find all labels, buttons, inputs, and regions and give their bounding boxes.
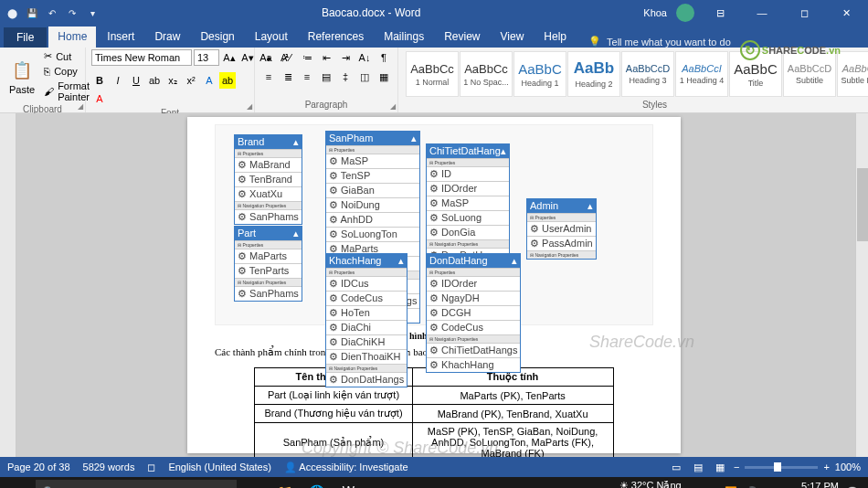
tab-review[interactable]: Review	[435, 27, 489, 48]
word-count[interactable]: 5829 words	[83, 461, 135, 473]
align-center-button[interactable]: ≣	[280, 69, 296, 85]
justify-button[interactable]: ▤	[318, 69, 334, 85]
font-launcher[interactable]: ◢	[247, 102, 252, 111]
superscript-button[interactable]: x²	[183, 72, 199, 89]
weather-widget[interactable]: ☀ 32°C Nắng rải rác	[619, 480, 689, 488]
app-item[interactable]: ◉	[556, 479, 586, 488]
maximize-icon[interactable]: ◻	[788, 0, 820, 26]
task-view-button[interactable]: ▢	[238, 479, 269, 488]
align-right-button[interactable]: ≡	[299, 69, 315, 85]
tab-layout[interactable]: Layout	[246, 27, 297, 48]
proofing-icon[interactable]: ◻	[147, 461, 155, 473]
app-item[interactable]: ◉	[460, 479, 491, 488]
autosave-toggle[interactable]: ⬤	[5, 6, 18, 19]
tab-insert[interactable]: Insert	[98, 27, 143, 48]
tell-me-search[interactable]: 💡Tell me what you want to do	[588, 36, 731, 48]
redo-icon[interactable]: ↷	[66, 6, 79, 19]
styles-gallery[interactable]: AaBbCc1 NormalAaBbCc1 No Spac...AaBbCHea…	[404, 49, 868, 99]
undo-icon[interactable]: ↶	[46, 6, 58, 19]
paste-button[interactable]: 📋Paste	[5, 57, 38, 97]
align-left-button[interactable]: ≡	[260, 69, 277, 85]
strike-button[interactable]: ab	[146, 72, 163, 89]
ribbon-opts-icon[interactable]: ⊟	[704, 0, 736, 26]
app-explorer[interactable]: 📁	[270, 479, 301, 488]
app-item[interactable]: ◉	[492, 479, 523, 488]
style-item[interactable]: AaBbCcDHeading 3	[621, 51, 674, 97]
tab-view[interactable]: View	[492, 27, 534, 48]
grow-font-button[interactable]: A▴	[221, 49, 238, 66]
tab-mailings[interactable]: Mailings	[375, 27, 433, 48]
close-icon[interactable]: ✕	[830, 0, 863, 26]
style-item[interactable]: AaBbCcDSubtitle	[783, 51, 836, 97]
copy-button[interactable]: ⎘Copy	[42, 65, 91, 78]
language-indicator[interactable]: English (United States)	[168, 461, 271, 473]
entity-brand: Brand▴⊟ Properties⚙ MaBrand⚙ TenBrand⚙ X…	[234, 134, 302, 225]
show-marks-button[interactable]: ¶	[376, 49, 392, 66]
print-layout-button[interactable]: ▤	[690, 459, 706, 475]
page[interactable]: Brand▴⊟ Properties⚙ MaBrand⚙ TenBrand⚙ X…	[187, 117, 681, 453]
shading-button[interactable]: ◫	[356, 69, 373, 85]
accessibility-indicator[interactable]: 👤 Accessibility: Investigate	[284, 461, 408, 473]
text-effects-button[interactable]: A	[201, 72, 217, 89]
format-painter-button[interactable]: 🖌Format Painter	[42, 80, 91, 103]
zoom-in-button[interactable]: +	[823, 461, 829, 472]
user-avatar[interactable]	[676, 4, 694, 22]
bold-button[interactable]: B	[91, 72, 108, 89]
tab-help[interactable]: Help	[535, 27, 576, 48]
indent-dec-button[interactable]: ⇤	[318, 49, 334, 66]
bullets-button[interactable]: ⬧	[260, 49, 277, 66]
style-item[interactable]: AaBbCcLSubtle Em...	[837, 51, 868, 97]
app-item[interactable]: ◉	[365, 479, 396, 488]
app-item[interactable]: ◉	[429, 479, 459, 488]
app-item[interactable]: ◉	[587, 479, 618, 488]
clipboard-launcher[interactable]: ◢	[78, 102, 83, 111]
app-word[interactable]: W	[333, 479, 364, 488]
line-spacing-button[interactable]: ‡	[337, 69, 354, 85]
user-name[interactable]: Khoa	[643, 7, 667, 18]
zoom-level[interactable]: 100%	[835, 461, 861, 472]
paragraph-launcher[interactable]: ◢	[390, 102, 396, 111]
tab-draw[interactable]: Draw	[145, 27, 189, 48]
style-item[interactable]: AaBbCTitle	[729, 51, 782, 97]
qat-more-icon[interactable]: ▾	[86, 6, 99, 19]
cut-button[interactable]: ✂Cut	[42, 49, 91, 63]
zoom-out-button[interactable]: −	[734, 461, 739, 472]
font-color-button[interactable]: A	[91, 90, 108, 107]
page-indicator[interactable]: Page 20 of 38	[7, 461, 70, 473]
style-item[interactable]: AaBbCc1 Normal	[406, 51, 459, 97]
app-item[interactable]: ◉	[524, 479, 555, 488]
tab-references[interactable]: References	[299, 27, 373, 48]
shrink-font-button[interactable]: A▾	[239, 49, 256, 66]
taskbar-search[interactable]: 🔍Type here to search	[36, 480, 237, 488]
clock[interactable]: 5:17 PM2/23/2023	[794, 481, 839, 488]
accessibility-icon: 👤	[284, 461, 297, 472]
vertical-scrollbar[interactable]	[855, 113, 868, 457]
save-icon[interactable]: 💾	[26, 6, 38, 19]
zoom-slider[interactable]	[745, 466, 818, 469]
web-layout-button[interactable]: ▦	[712, 459, 728, 475]
borders-button[interactable]: ▦	[376, 69, 392, 85]
numbering-button[interactable]: ⅟	[280, 49, 296, 66]
style-item[interactable]: AaBbCcI1 Heading 4	[675, 51, 728, 97]
app-item[interactable]: ◉	[397, 479, 428, 488]
multilevel-button[interactable]: ≔	[299, 49, 315, 66]
style-item[interactable]: AaBbCc1 No Spac...	[460, 51, 513, 97]
sort-button[interactable]: A↓	[356, 49, 373, 66]
style-item[interactable]: AaBbCHeading 1	[513, 51, 566, 97]
app-edge[interactable]: 🌐	[302, 479, 332, 488]
tab-design[interactable]: Design	[191, 27, 243, 48]
tab-home[interactable]: Home	[48, 27, 96, 48]
minimize-icon[interactable]: —	[746, 0, 778, 26]
highlight-button[interactable]: ab	[219, 72, 236, 89]
font-name-select[interactable]	[91, 49, 192, 66]
start-button[interactable]: ⊞	[4, 479, 34, 488]
italic-button[interactable]: I	[110, 72, 126, 89]
indent-inc-button[interactable]: ⇥	[337, 49, 354, 66]
subscript-button[interactable]: x₂	[164, 72, 181, 89]
style-item[interactable]: AaBbHeading 2	[567, 51, 620, 97]
scroll-thumb[interactable]	[857, 168, 868, 241]
font-size-select[interactable]	[194, 49, 219, 66]
read-mode-button[interactable]: ▭	[668, 459, 684, 475]
tab-file[interactable]: File	[4, 27, 47, 48]
underline-button[interactable]: U	[128, 72, 144, 89]
